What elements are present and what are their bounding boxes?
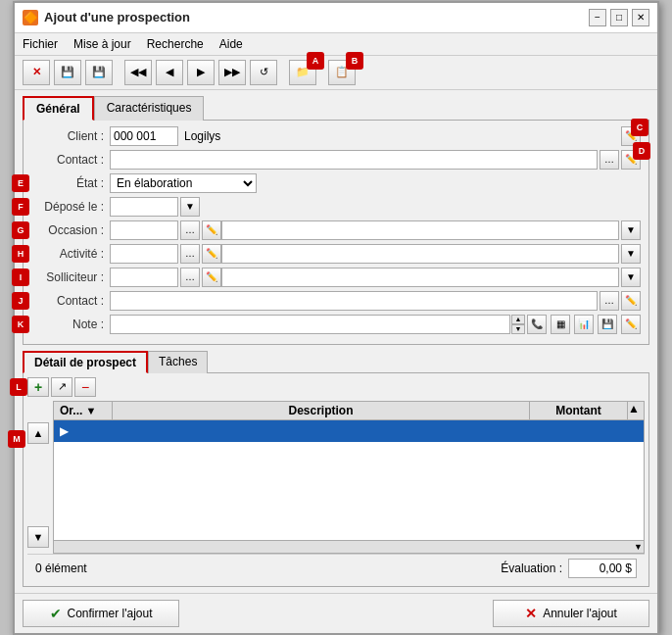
contact-browse-button[interactable]: … [600,150,619,170]
table-header: Or... ▼ Description Montant ▲ [54,402,644,420]
toolbar: ✕ 💾 💾 ◀◀ ◀ ▶ ▶▶ ↺ 📁 A 📋 B [15,56,657,90]
client-name: Logilys [184,129,619,143]
note-input[interactable] [110,315,510,334]
tab-detail-prospect[interactable]: Détail de prospect [23,351,148,373]
depose-dropdown-button[interactable]: ▼ [180,197,200,217]
annotation-J: J [12,292,29,310]
annotation-F: F [12,198,29,216]
note-spinner: ▲ ▼ [511,315,525,334]
annotation-H: H [12,245,29,263]
contact2-row: J Contact : … ✏️ [31,291,641,311]
depose-row: F Déposé le : ▼ [31,197,641,217]
tab-caracteristiques[interactable]: Caractéristiques [94,96,205,121]
note-save-button[interactable]: 💾 [598,315,617,334]
occasion-edit-button[interactable]: ✏️ [202,220,221,240]
tab-general[interactable]: Général [23,96,94,121]
solliciteur-edit-button[interactable]: ✏️ [202,268,221,287]
note-edit2-button[interactable]: ✏️ [621,315,641,334]
close-button[interactable]: ✕ [632,9,649,26]
tb-last-button[interactable]: ▶▶ [218,60,246,85]
td-montant [546,429,644,433]
restore-button[interactable]: □ [610,9,628,26]
contact2-input[interactable] [110,291,598,311]
detail-edit-button[interactable]: ↗ [51,377,72,397]
occasion-browse-button[interactable]: … [180,220,200,240]
tb-next-button[interactable]: ▶ [187,60,215,85]
annotation-L: L [10,378,27,396]
title-bar: 🔶 Ajout d'une prospection − □ ✕ [15,3,657,33]
detail-add-button[interactable]: + [27,377,49,397]
cancel-button[interactable]: ✕ Annuler l'ajout [493,600,649,627]
contact-label: Contact : [31,153,110,167]
activite-dropdown-button[interactable]: ▼ [621,244,641,264]
note-spin-up[interactable]: ▲ [511,315,525,324]
tb-save2-button[interactable]: 💾 [85,60,113,85]
app-icon: 🔶 [23,10,38,25]
td-description [113,429,546,433]
table-scrollbar: ▼ [54,540,644,553]
occasion-code-input[interactable] [110,220,178,240]
table-empty-area [54,442,644,540]
occasion-dropdown-button[interactable]: ▼ [621,220,641,240]
detail-content: L + ↗ − M ▲ ▼ O [23,372,649,587]
action-bar: ✔ Confirmer l'ajout ✕ Annuler l'ajout [15,593,657,633]
annotation-G: G [12,221,29,239]
solliciteur-row: I Solliciteur : … ✏️ ▼ [31,268,641,287]
move-down-button[interactable]: ▼ [27,526,49,548]
menu-fichier[interactable]: Fichier [23,35,58,53]
solliciteur-name-input[interactable] [221,268,619,287]
etat-row: E État : En élaboration Approuvé Refusé … [31,173,641,193]
data-table: Or... ▼ Description Montant ▲ ▶ [53,401,645,554]
menu-mise-a-jour[interactable]: Mise à jour [73,35,131,53]
occasion-label: Occasion : [31,223,110,237]
occasion-name-input[interactable] [221,220,619,240]
evaluation-input[interactable] [568,559,637,578]
etat-select[interactable]: En élaboration Approuvé Refusé Annulé [110,173,257,193]
confirm-label: Confirmer l'ajout [68,607,153,620]
activite-name-input[interactable] [221,244,619,264]
detail-remove-button[interactable]: − [74,377,96,397]
activite-browse-button[interactable]: … [180,244,200,264]
tb-save1-button[interactable]: 💾 [54,60,81,85]
th-or: Or... ▼ [54,402,113,419]
table-row[interactable]: ▶ [54,420,644,442]
confirm-button[interactable]: ✔ Confirmer l'ajout [23,600,179,627]
contact-input[interactable] [110,150,598,170]
note-spin-down[interactable]: ▼ [511,324,525,334]
note-row: K Note : ▲ ▼ 📞 ▦ 📊 💾 ✏️ [31,315,641,334]
annotation-A: A [307,52,324,70]
title-bar-left: 🔶 Ajout d'une prospection [23,10,190,25]
tb-refresh-button[interactable]: ↺ [250,60,277,85]
tb-cancel-button[interactable]: ✕ [23,60,50,85]
occasion-row: G Occasion : … ✏️ ▼ [31,220,641,240]
footer-bar: 0 élément Évaluation : [27,554,645,582]
note-chart-button[interactable]: 📊 [574,315,594,334]
solliciteur-code-input[interactable] [110,268,178,287]
menu-recherche[interactable]: Recherche [147,35,204,53]
activite-code-input[interactable] [110,244,178,264]
tab-taches[interactable]: Tâches [148,351,208,373]
annotation-I: I [12,269,29,286]
solliciteur-dropdown-button[interactable]: ▼ [621,268,641,287]
menu-aide[interactable]: Aide [219,35,243,53]
depose-input[interactable] [110,197,178,217]
minimize-button[interactable]: − [589,9,606,26]
contact2-browse-button[interactable]: … [600,291,619,311]
activite-edit-button[interactable]: ✏️ [202,244,221,264]
note-table-button[interactable]: ▦ [551,315,570,334]
solliciteur-label: Solliciteur : [31,270,110,284]
annotation-M: M [8,430,25,448]
general-tab-content: Client : Logilys ✏️ C Contact : … ✏️ [23,120,649,345]
tb-first-button[interactable]: ◀◀ [124,60,152,85]
client-code-input[interactable] [110,126,178,146]
contact2-edit-button[interactable]: ✏️ [621,291,641,311]
solliciteur-browse-button[interactable]: … [180,268,200,287]
menu-bar: Fichier Mise à jour Recherche Aide [15,33,657,56]
detail-toolbar: L + ↗ − [27,377,645,397]
note-phone-button[interactable]: 📞 [527,315,547,334]
confirm-check-icon: ✔ [50,606,62,621]
window-title: Ajout d'une prospection [44,10,190,24]
bottom-tabs: Détail de prospect Tâches [23,351,649,373]
move-up-button[interactable]: ▲ [27,422,49,444]
tb-prev-button[interactable]: ◀ [156,60,183,85]
